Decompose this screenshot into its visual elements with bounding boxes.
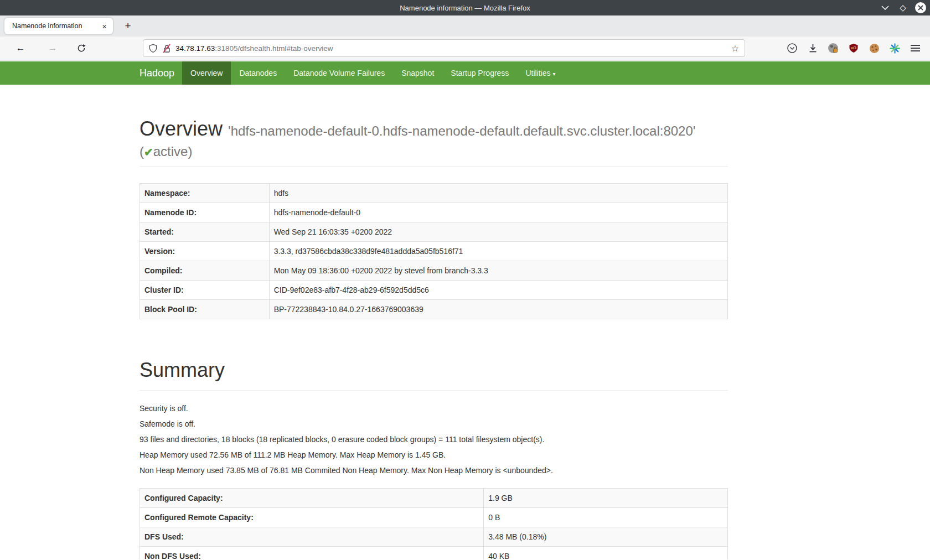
back-button[interactable]: ← bbox=[12, 40, 29, 56]
url-path: :31805/dfshealth.html#tab-overview bbox=[215, 44, 333, 53]
summary-text: Security is off. Safemode is off. 93 fil… bbox=[140, 403, 728, 476]
tab-title: Namenode information bbox=[12, 22, 100, 30]
table-row: Non DFS Used: 40 KB bbox=[140, 547, 728, 560]
summary-line: 93 files and directories, 18 blocks (18 … bbox=[140, 434, 728, 445]
hadoop-navbar: Hadoop Overview Datanodes Datanode Volum… bbox=[0, 61, 930, 85]
nav-item-snapshot[interactable]: Snapshot bbox=[393, 61, 442, 85]
window-titlebar: Namenode information — Mozilla Firefox ◇ bbox=[0, 0, 930, 15]
nav-item-utilities[interactable]: Utilities▾ bbox=[517, 61, 564, 85]
ublock-origin-icon[interactable]: uO bbox=[848, 42, 860, 54]
colorful-extension-icon[interactable] bbox=[888, 42, 901, 54]
close-button[interactable] bbox=[914, 2, 927, 14]
summary-line: Heap Memory used 72.56 MB of 111.2 MB He… bbox=[140, 449, 728, 460]
nav-item-datanodes[interactable]: Datanodes bbox=[231, 61, 285, 85]
tab-strip: Namenode information × + bbox=[0, 15, 930, 37]
lock-insecure-icon[interactable] bbox=[162, 44, 171, 53]
table-row: Configured Capacity: 1.9 GB bbox=[140, 489, 728, 508]
diamond-icon: ◇ bbox=[900, 3, 906, 13]
page-content: Hadoop Overview Datanodes Datanode Volum… bbox=[0, 60, 930, 559]
minimize-button[interactable] bbox=[879, 2, 891, 14]
cookie-extension-icon[interactable] bbox=[868, 42, 880, 54]
table-row: Compiled: Mon May 09 18:36:00 +0200 2022… bbox=[140, 261, 728, 281]
table-row: Configured Remote Capacity: 0 B bbox=[140, 508, 728, 527]
namenode-info-table: Namespace: hdfs Namenode ID: hdfs-nameno… bbox=[140, 183, 728, 319]
table-row: Block Pool ID: BP-772238843-10.84.0.27-1… bbox=[140, 300, 728, 319]
close-icon bbox=[914, 2, 927, 14]
menu-icon[interactable] bbox=[909, 42, 921, 54]
summary-line: Security is off. bbox=[140, 403, 728, 414]
forward-button[interactable]: → bbox=[44, 40, 61, 56]
table-row: DFS Used: 3.48 MB (0.18%) bbox=[140, 527, 728, 547]
reload-icon bbox=[77, 44, 86, 53]
bookmark-star-icon[interactable]: ☆ bbox=[731, 43, 739, 54]
nav-item-startup-progress[interactable]: Startup Progress bbox=[442, 61, 517, 85]
table-row: Cluster ID: CID-9ef02e83-afb7-4f28-ab29-… bbox=[140, 281, 728, 300]
chevron-down-icon bbox=[881, 6, 889, 10]
maximize-button[interactable]: ◇ bbox=[897, 2, 909, 14]
overview-title: Overview 'hdfs-namenode-default-0.hdfs-n… bbox=[140, 118, 728, 142]
privacy-extension-icon[interactable] bbox=[827, 42, 839, 54]
url-bar[interactable]: 34.78.17.63:31805/dfshealth.html#tab-ove… bbox=[143, 39, 745, 57]
shield-icon[interactable] bbox=[149, 44, 157, 53]
active-check-icon: ✔ bbox=[144, 146, 153, 158]
summary-line: Non Heap Memory used 73.85 MB of 76.81 M… bbox=[140, 465, 728, 476]
nav-item-overview[interactable]: Overview bbox=[182, 61, 231, 85]
summary-title: Summary bbox=[140, 359, 728, 381]
browser-toolbar: ← → 34.78.17.63:31805/dfshealth.html#tab… bbox=[0, 37, 930, 60]
table-row: Namespace: hdfs bbox=[140, 184, 728, 203]
window-title: Namenode information — Mozilla Firefox bbox=[0, 4, 930, 12]
tab-close-icon[interactable]: × bbox=[100, 22, 108, 30]
new-tab-button[interactable]: + bbox=[121, 20, 135, 32]
downloads-icon[interactable] bbox=[807, 42, 819, 54]
table-row: Namenode ID: hdfs-namenode-default-0 bbox=[140, 203, 728, 222]
nav-item-datanode-volume-failures[interactable]: Datanode Volume Failures bbox=[285, 61, 393, 85]
namenode-status: (✔active) bbox=[140, 142, 728, 162]
namenode-address: 'hdfs-namenode-default-0.hdfs-namenode-d… bbox=[228, 123, 695, 138]
table-row: Started: Wed Sep 21 16:03:35 +0200 2022 bbox=[140, 222, 728, 242]
tab-namenode-information[interactable]: Namenode information × bbox=[4, 18, 113, 34]
capacity-table: Configured Capacity: 1.9 GB Configured R… bbox=[140, 488, 728, 559]
summary-header: Summary bbox=[140, 359, 728, 391]
overview-header: Overview 'hdfs-namenode-default-0.hdfs-n… bbox=[140, 118, 728, 167]
url-host: 34.78.17.63 bbox=[175, 44, 215, 53]
svg-text:uO: uO bbox=[851, 46, 856, 50]
summary-line: Safemode is off. bbox=[140, 418, 728, 429]
table-row: Version: 3.3.3, rd37586cbda38c338d9fe481… bbox=[140, 242, 728, 261]
pocket-icon[interactable] bbox=[786, 42, 798, 54]
caret-down-icon: ▾ bbox=[553, 71, 556, 77]
reload-button[interactable] bbox=[73, 40, 90, 56]
url-text[interactable]: 34.78.17.63:31805/dfshealth.html#tab-ove… bbox=[175, 44, 727, 53]
navbar-brand[interactable]: Hadoop bbox=[140, 61, 182, 85]
